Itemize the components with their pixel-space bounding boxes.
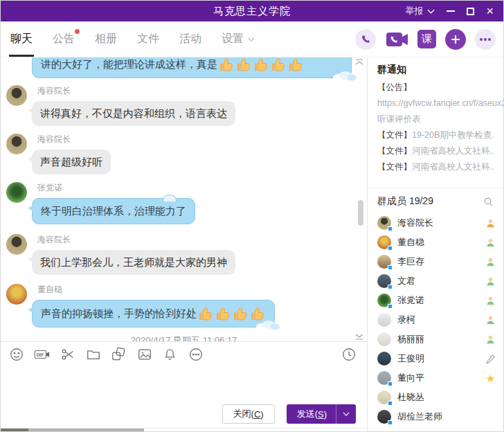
member-row[interactable]: 录柯	[377, 310, 496, 330]
file-button[interactable]	[85, 347, 101, 363]
message-bubble[interactable]: 声音的抑扬顿挫，手势的恰到好处	[32, 300, 275, 327]
member-row[interactable]: 王俊明	[377, 349, 496, 368]
members-count: 群成员 19/29	[377, 195, 433, 208]
search-icon[interactable]	[483, 197, 494, 207]
add-button[interactable]	[445, 29, 466, 50]
thumbs-up-emoji	[235, 57, 252, 73]
gif-button[interactable]: GIF	[34, 347, 50, 363]
group-notice-title: 群通知	[377, 64, 494, 76]
tab-activity[interactable]: 活动	[179, 21, 201, 57]
mobile-badge	[388, 420, 393, 425]
message-bubble[interactable]: 我们上学那会儿，王老师就是大家的男神	[32, 250, 235, 275]
class-button[interactable]: 课	[417, 30, 436, 48]
image-button[interactable]	[136, 347, 152, 363]
sender-name: 张党诺	[37, 182, 195, 194]
member-list: 海容院长 董自稳 李巨存 文君	[368, 212, 503, 426]
cloud-decoration	[332, 70, 357, 81]
message-history-button[interactable]	[341, 347, 357, 363]
avatar[interactable]	[6, 85, 27, 106]
maximize-button[interactable]	[467, 8, 474, 15]
report-button[interactable]: 举报	[405, 5, 435, 17]
collage-button[interactable]	[111, 347, 127, 363]
notice-item[interactable]: 【公告】https://gvfwcw.fanqier.cn/f/aseux29v…	[377, 80, 494, 127]
close-window-button[interactable]: ×	[486, 7, 494, 15]
chevron-down-icon	[248, 37, 255, 42]
online-person-icon	[485, 315, 496, 325]
message-bubble[interactable]: 讲得真好，不仅是内容和组织，语言表达	[32, 101, 235, 126]
notice-item[interactable]: 【文件】河南省高校人文社科...	[377, 159, 494, 175]
member-row[interactable]: 海容院长	[377, 213, 496, 233]
mobile-badge	[388, 304, 393, 309]
avatar[interactable]	[6, 134, 27, 154]
avatar[interactable]	[6, 284, 27, 305]
smiley-icon	[9, 347, 24, 362]
picture-icon	[137, 347, 152, 362]
screenshot-button[interactable]	[60, 347, 75, 363]
video-call-button[interactable]	[385, 29, 408, 50]
chevron-down-icon	[427, 9, 435, 14]
composer-toolbar: GIF	[1, 341, 367, 367]
group-notice-section: 群通知 【公告】https://gvfwcw.fanqier.cn/f/aseu…	[368, 57, 503, 188]
chat-scrollbar[interactable]	[358, 200, 363, 226]
send-options-button[interactable]	[336, 404, 356, 424]
member-row[interactable]: 董自稳	[377, 233, 496, 252]
sender-name: 董自稳	[37, 284, 275, 296]
scroll-to-bottom-icon[interactable]	[355, 333, 363, 340]
scissors-icon	[60, 347, 75, 362]
bottom-scrollbar[interactable]	[1, 429, 144, 432]
send-button[interactable]: 发送(S)	[287, 404, 356, 424]
collage-icon	[111, 346, 127, 363]
thumbs-up-emoji	[197, 305, 214, 322]
message: 海容院长 讲得真好，不仅是内容和组织，语言表达	[1, 85, 367, 126]
shake-button[interactable]	[162, 347, 178, 363]
voice-call-button[interactable]	[355, 29, 376, 50]
avatar	[377, 235, 391, 249]
sender-name: 海容院长	[37, 85, 235, 97]
ellipsis-icon	[479, 37, 492, 42]
avatar[interactable]	[6, 234, 27, 255]
member-row[interactable]: 李巨存	[377, 252, 496, 271]
gif-icon: GIF	[34, 347, 50, 362]
online-person-icon	[485, 296, 496, 306]
thumbs-up-emoji	[232, 305, 249, 322]
mobile-badge	[388, 265, 393, 270]
message: 董自稳 声音的抑扬顿挫，手势的恰到好处	[1, 284, 367, 327]
message-bubble[interactable]: 终于明白治理体系，治理能力了	[32, 198, 195, 224]
tab-album[interactable]: 相册	[95, 21, 117, 57]
member-row[interactable]: 杜晓丛	[377, 388, 496, 407]
message-input[interactable]	[1, 367, 367, 404]
close-button[interactable]: 关闭(C)	[222, 404, 275, 424]
minimize-button[interactable]	[447, 10, 455, 12]
avatar	[377, 390, 391, 404]
tab-announcement[interactable]: 公告	[53, 21, 75, 57]
message-bubble[interactable]: 声音超级好听	[32, 150, 111, 174]
emoji-button[interactable]	[8, 347, 24, 363]
member-row[interactable]: 张党诺	[377, 291, 496, 310]
app-window: 马克思主义学院 举报 × 聊天 公告 相册 文件 活动 设置 课	[0, 0, 504, 432]
tab-chat[interactable]: 聊天	[10, 21, 33, 57]
notice-item[interactable]: 【文件】19-20B期中教学检查...	[377, 127, 494, 143]
member-row[interactable]: 文君	[377, 271, 496, 291]
sidebar: 群通知 【公告】https://gvfwcw.fanqier.cn/f/aseu…	[368, 57, 503, 432]
notice-item[interactable]: 【文件】河南省高校人文社科...	[377, 143, 494, 159]
member-row[interactable]: 杨丽丽	[377, 330, 496, 349]
message-bubble[interactable]: 讲的大好了，能把理论讲成这样，真是	[32, 57, 352, 78]
member-row[interactable]: 董向平 ★	[377, 368, 496, 388]
avatar[interactable]	[6, 182, 27, 203]
more-tools-button[interactable]	[188, 347, 204, 363]
mobile-badge	[388, 246, 393, 251]
avatar	[377, 313, 391, 327]
thumbs-up-emoji	[287, 57, 304, 73]
report-label: 举报	[405, 5, 423, 17]
video-camera-icon	[385, 30, 408, 48]
thumbs-up-emoji	[215, 305, 231, 322]
tab-files[interactable]: 文件	[137, 21, 159, 57]
tab-settings[interactable]: 设置	[222, 21, 255, 57]
scroll-to-top-icon[interactable]	[355, 59, 363, 66]
chat-pane: 讲的大好了，能把理论讲成这样，真是 海容院长 讲得真好，不仅是内容和组织，语言表…	[1, 57, 368, 432]
cloud-decoration	[255, 319, 280, 330]
phone-icon	[360, 34, 371, 45]
more-button[interactable]	[475, 29, 496, 50]
message: 张党诺 终于明白治理体系，治理能力了	[1, 182, 367, 224]
member-row[interactable]: 胡俭兰老师	[377, 407, 496, 426]
